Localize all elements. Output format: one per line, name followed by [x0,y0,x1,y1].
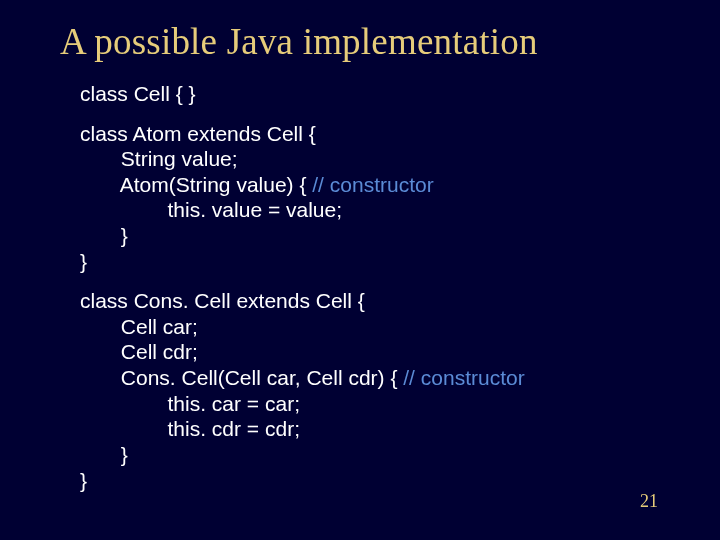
code-line: Atom(String value) { // constructor [80,172,680,198]
code-line: this. cdr = cdr; [80,416,680,442]
code-line: class Atom extends Cell { [80,121,680,147]
code-line: } [80,223,680,249]
code-line: this. value = value; [80,197,680,223]
code-comment: // constructor [312,173,433,196]
code-text: Cons. Cell(Cell car, Cell cdr) { [80,366,403,389]
code-line: this. car = car; [80,391,680,417]
code-line: } [80,468,680,494]
page-number: 21 [640,491,658,512]
code-line: class Cell { } [80,81,680,107]
code-line: } [80,249,680,275]
slide: A possible Java implementation class Cel… [0,0,720,540]
code-comment: // constructor [403,366,524,389]
slide-title: A possible Java implementation [60,20,680,63]
code-line: Cell car; [80,314,680,340]
code-text: Atom(String value) { [80,173,312,196]
code-block-1: class Cell { } [80,81,680,107]
code-block-2: class Atom extends Cell { String value; … [80,121,680,275]
code-line: Cell cdr; [80,339,680,365]
code-line: class Cons. Cell extends Cell { [80,288,680,314]
code-line: Cons. Cell(Cell car, Cell cdr) { // cons… [80,365,680,391]
code-block-3: class Cons. Cell extends Cell { Cell car… [80,288,680,493]
code-line: } [80,442,680,468]
code-line: String value; [80,146,680,172]
